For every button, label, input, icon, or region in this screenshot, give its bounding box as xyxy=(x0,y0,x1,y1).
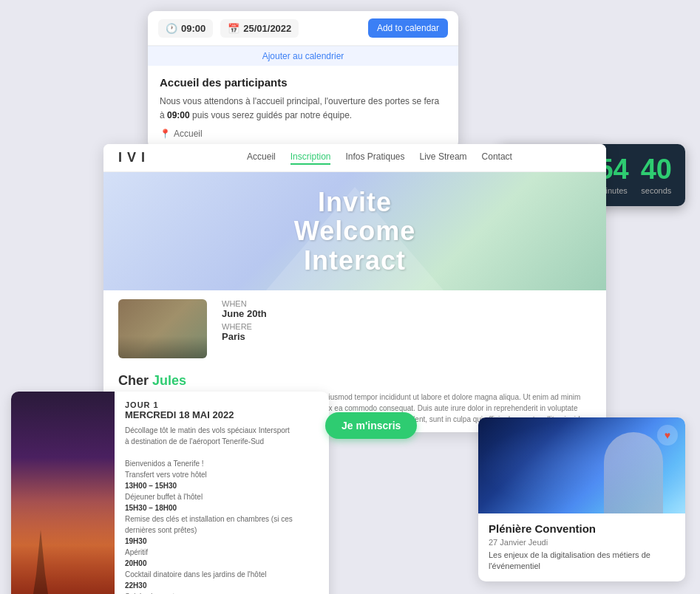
pleniere-image: ♥ xyxy=(478,417,685,513)
location-icon: 📍 xyxy=(160,129,171,139)
nav-links: Accueil Inscription Infos Pratiques Live… xyxy=(168,151,591,165)
nav-bar: I V I Accueil Inscription Infos Pratique… xyxy=(103,144,606,172)
event-info-section: WHEN June 20th WHERE Paris xyxy=(103,290,606,367)
nav-logo: I V I xyxy=(118,150,146,165)
programme-image-overlay xyxy=(11,502,115,595)
calendar-time: 🕐 09:00 xyxy=(158,19,213,38)
nav-link-infos[interactable]: Infos Pratiques xyxy=(345,151,404,165)
programme-text: Décollage tôt le matin des vols spéciaux… xyxy=(125,425,319,594)
event-image xyxy=(118,299,207,358)
calendar-date: 📅 25/01/2022 xyxy=(220,19,299,38)
add-to-calendar-button[interactable]: Add to calendar xyxy=(368,18,448,38)
pleniere-card: ♥ Plénière Convention 27 Janvier Jeudi L… xyxy=(478,417,685,581)
nav-link-livestream[interactable]: Live Stream xyxy=(420,151,467,165)
pleniere-content: Plénière Convention 27 Janvier Jeudi Les… xyxy=(478,513,685,581)
calendar-icon: 📅 xyxy=(228,23,239,34)
pleniere-figure-decoration xyxy=(604,432,663,513)
hero-title: Invite Welcome Interact xyxy=(294,188,415,276)
inscription-button[interactable]: Je m'inscris xyxy=(325,412,417,439)
calendar-header: 🕐 09:00 📅 25/01/2022 Add to calendar xyxy=(148,11,458,46)
nav-link-accueil[interactable]: Accueil xyxy=(247,151,276,165)
calendar-location: 📍 Accueil xyxy=(160,129,446,139)
calendar-section-title: Accueil des participants xyxy=(160,76,446,89)
countdown-seconds: 40 seconds xyxy=(641,155,672,195)
programme-card: JOUR 1 MERCREDI 18 MAI 2022 Décollage tô… xyxy=(11,392,329,594)
ajouter-au-calendrier-button[interactable]: Ajouter au calendrier xyxy=(148,46,458,66)
programme-content: JOUR 1 MERCREDI 18 MAI 2022 Décollage tô… xyxy=(115,392,329,594)
pleniere-heart-icon: ♥ xyxy=(657,425,678,446)
greeting-title: Cher Jules xyxy=(118,373,591,389)
calendar-body: Accueil des participants Nous vous atten… xyxy=(148,66,458,149)
event-details: WHEN June 20th WHERE Paris xyxy=(222,299,267,342)
calendar-popup: 🕐 09:00 📅 25/01/2022 Add to calendar Ajo… xyxy=(148,11,458,149)
hero-section: Invite Welcome Interact xyxy=(103,172,606,290)
programme-image xyxy=(11,392,115,594)
clock-icon: 🕐 xyxy=(166,23,177,34)
nav-link-inscription[interactable]: Inscription xyxy=(290,151,331,165)
calendar-body-text: Nous vous attendons à l'accueil principa… xyxy=(160,95,446,123)
main-website-card: I V I Accueil Inscription Infos Pratique… xyxy=(103,144,606,432)
nav-link-contact[interactable]: Contact xyxy=(482,151,512,165)
